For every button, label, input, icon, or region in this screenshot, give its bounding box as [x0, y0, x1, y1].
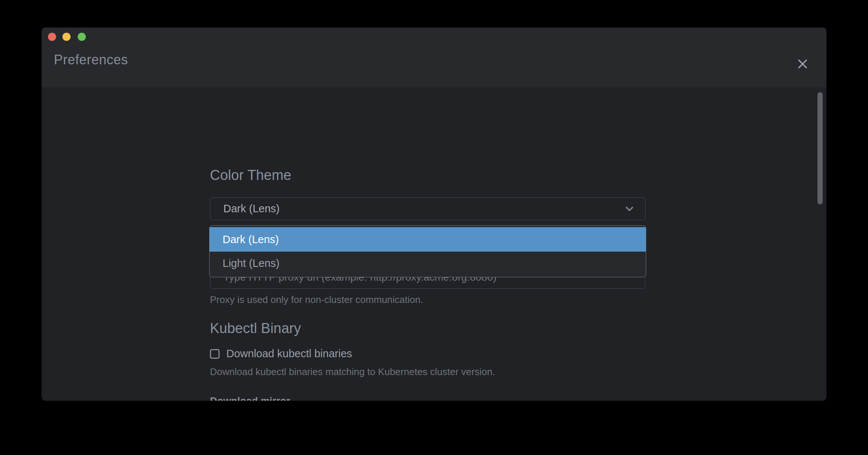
color-theme-heading: Color Theme [210, 166, 291, 184]
chevron-down-icon [624, 203, 635, 215]
color-theme-select[interactable]: Dark (Lens) [210, 197, 645, 220]
scrollbar[interactable] [817, 92, 823, 204]
preferences-window: Preferences Color Theme Dark (Lens) Type… [42, 28, 826, 401]
desktop-background: Preferences Color Theme Dark (Lens) Type… [0, 0, 868, 455]
page-title: Preferences [54, 52, 128, 68]
color-theme-select-value: Dark (Lens) [223, 203, 280, 215]
color-theme-dropdown: Dark (Lens) Light (Lens) [209, 225, 646, 277]
traffic-light-zoom[interactable] [78, 33, 86, 41]
traffic-light-close[interactable] [48, 33, 56, 41]
preferences-content: Color Theme Dark (Lens) Type HTTP proxy … [42, 87, 826, 401]
titlebar: Preferences [42, 28, 826, 87]
kubectl-hint: Download kubectl binaries matching to Ku… [210, 366, 495, 378]
close-icon[interactable] [794, 56, 811, 72]
download-kubectl-checkbox-label: Download kubectl binaries [226, 348, 352, 360]
download-mirror-label: Download mirror [210, 396, 290, 401]
checkbox-unchecked-icon[interactable] [210, 349, 220, 359]
kubectl-binary-heading: Kubectl Binary [210, 319, 301, 338]
dropdown-option-light-lens[interactable]: Light (Lens) [210, 252, 646, 275]
proxy-hint: Proxy is used only for non-cluster commu… [210, 294, 423, 306]
traffic-light-minimize[interactable] [62, 33, 71, 41]
dropdown-option-dark-lens[interactable]: Dark (Lens) [210, 227, 646, 252]
download-kubectl-checkbox-row[interactable]: Download kubectl binaries [210, 348, 352, 360]
